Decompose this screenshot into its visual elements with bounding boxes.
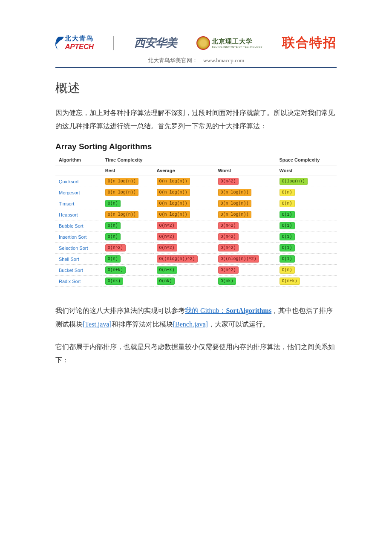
- complexity-pill: O(1): [280, 222, 295, 229]
- complexity-pill: O(n^2): [218, 222, 239, 229]
- complexity-pill: O(n^2): [218, 233, 239, 240]
- algo-worst: O((nlog(n))^2): [215, 254, 276, 265]
- aptech-label: 北大青鸟 APTECH: [65, 35, 94, 51]
- algo-worst: O(n log(n)): [215, 209, 276, 220]
- table-header-row: Algorithm Time Complexity Space Complexi…: [55, 155, 337, 165]
- algo-avg: O((nlog(n))^2): [153, 254, 215, 265]
- algo-space: O(log(n)): [276, 176, 337, 187]
- col-space-worst: Worst: [276, 165, 337, 176]
- algo-name[interactable]: Heapsort: [55, 209, 102, 220]
- algo-space: O(1): [276, 209, 337, 220]
- complexity-pill: O(n^2): [218, 266, 239, 274]
- algo-name[interactable]: Radix Sort: [55, 276, 102, 287]
- algo-best: O(n+k): [102, 265, 153, 276]
- algo-space: O(1): [276, 254, 337, 265]
- algo-name[interactable]: Mergesort: [55, 187, 102, 198]
- algo-worst: O(n^2): [215, 176, 276, 187]
- complexity-pill: O(1): [280, 211, 295, 218]
- algo-avg: O(nk): [153, 276, 215, 287]
- divider-icon: [113, 36, 114, 50]
- algo-best: O(n): [102, 198, 153, 209]
- complexity-pill: O(n): [280, 189, 295, 196]
- bench-java-link[interactable]: [Bench.java]: [173, 321, 208, 328]
- algo-best: O(n^2): [102, 243, 153, 254]
- col-blank: [55, 165, 102, 176]
- col-algorithm: Algorithm: [55, 155, 102, 165]
- algo-name[interactable]: Shell Sort: [55, 254, 102, 265]
- complexity-pill: O(n log(n)): [157, 200, 190, 207]
- algo-avg: O(n+k): [153, 265, 215, 276]
- algo-space: O(1): [276, 220, 337, 231]
- algo-best: O(n log(n)): [102, 176, 153, 187]
- table-row: HeapsortO(n log(n))O(n log(n))O(n log(n)…: [55, 209, 337, 220]
- p2-end: ，大家可以试运行。: [208, 321, 269, 328]
- algo-best: O(n log(n)): [102, 209, 153, 220]
- col-avg: Average: [153, 165, 215, 176]
- complexity-pill: O(n+k): [105, 266, 126, 274]
- complexity-pill: O((nlog(n))^2): [218, 255, 259, 263]
- algo-name[interactable]: Selection Sort: [55, 243, 102, 254]
- p2-mid2: 和排序算法对比模块: [112, 321, 173, 328]
- bit-en: BEIJING INSTITUTE OF TECHNOLOGY: [212, 46, 262, 48]
- complexity-pill: O(n): [105, 200, 121, 207]
- github-link-bold: SortAlgorithms: [226, 307, 271, 314]
- algo-best: O(n log(n)): [102, 187, 153, 198]
- table-row: QuicksortO(n log(n))O(n log(n))O(n^2)O(l…: [55, 176, 337, 187]
- algo-worst: O(n^2): [215, 265, 276, 276]
- complexity-pill: O(n log(n)): [157, 178, 190, 185]
- col-best: Best: [102, 165, 153, 176]
- table-row: Bubble SortO(n)O(n^2)O(n^2)O(1): [55, 220, 337, 231]
- sub-header: 北大青鸟华美官网： www.hmaccp.com: [55, 57, 337, 64]
- github-link[interactable]: 我的 Github：SortAlgorithms: [185, 307, 271, 314]
- aptech-cn: 北大青鸟: [65, 35, 94, 43]
- complexity-pill: O(n log(n)): [157, 211, 190, 218]
- swoosh-icon: [55, 37, 64, 49]
- paragraph-1: 因为健忘，加上对各种排序算法理解不深刻，过段时间面对排序就蒙了。所以决定对我们常…: [55, 106, 337, 133]
- complexity-pill: O(n log(n)): [218, 189, 251, 196]
- complexity-pill: O(n+k): [280, 278, 300, 285]
- complexity-pill: O(n): [280, 266, 295, 274]
- algo-name[interactable]: Quicksort: [55, 176, 102, 187]
- algo-name[interactable]: Bucket Sort: [55, 265, 102, 276]
- algo-avg: O(n log(n)): [153, 209, 215, 220]
- complexity-pill: O(n): [105, 222, 121, 229]
- logo-bit: 北京理工大学 BEIJING INSTITUTE OF TECHNOLOGY: [196, 36, 262, 50]
- algo-name[interactable]: Timsort: [55, 198, 102, 209]
- algo-avg: O(n^2): [153, 220, 215, 231]
- algo-best: O(n): [102, 231, 153, 243]
- github-link-text: 我的 Github：: [185, 307, 226, 314]
- complexity-pill: O(n log(n)): [157, 189, 190, 196]
- header-divider: [55, 67, 337, 68]
- paragraph-3: 它们都属于内部排序，也就是只考虑数据量较小仅需要使用内存的排序算法，他们之间关系…: [55, 340, 337, 367]
- algo-avg: O(n^2): [153, 231, 215, 243]
- complexity-pill: O(n log(n)): [218, 200, 251, 207]
- complexity-pill: O(n): [105, 233, 121, 240]
- algorithms-table: Algorithm Time Complexity Space Complexi…: [55, 155, 337, 287]
- complexity-pill: O(n log(n)): [105, 178, 138, 185]
- header-logos: 北大青鸟 APTECH 西安华美 北京理工大学 BEIJING INSTITUT…: [55, 34, 337, 52]
- complexity-pill: O(n^2): [157, 222, 177, 229]
- bit-text: 北京理工大学 BEIJING INSTITUTE OF TECHNOLOGY: [212, 38, 262, 48]
- algo-worst: O(n log(n)): [215, 198, 276, 209]
- algo-space: O(n): [276, 198, 337, 209]
- table-title: Array Sorting Algorithms: [55, 142, 337, 151]
- algo-name[interactable]: Insertion Sort: [55, 231, 102, 243]
- algo-avg: O(n log(n)): [153, 176, 215, 187]
- complexity-pill: O(n^2): [105, 244, 126, 251]
- complexity-pill: O(1): [280, 233, 295, 240]
- algo-best: O(n): [102, 254, 153, 265]
- table-row: Selection SortO(n^2)O(n^2)O(n^2)O(1): [55, 243, 337, 254]
- complexity-pill: O(log(n)): [280, 178, 308, 185]
- seal-icon: [196, 36, 210, 50]
- complexity-pill: O(1): [280, 255, 295, 263]
- algo-space: O(n): [276, 187, 337, 198]
- bit-cn: 北京理工大学: [212, 38, 262, 46]
- algo-name[interactable]: Bubble Sort: [55, 220, 102, 231]
- complexity-pill: O(n^2): [218, 178, 239, 185]
- algo-worst: O(n^2): [215, 220, 276, 231]
- complexity-pill: O(n^2): [157, 233, 177, 240]
- algo-worst: O(n log(n)): [215, 187, 276, 198]
- complexity-pill: O(1): [280, 244, 295, 251]
- test-java-link[interactable]: [Test.java]: [83, 321, 112, 328]
- table-row: Shell SortO(n)O((nlog(n))^2)O((nlog(n))^…: [55, 254, 337, 265]
